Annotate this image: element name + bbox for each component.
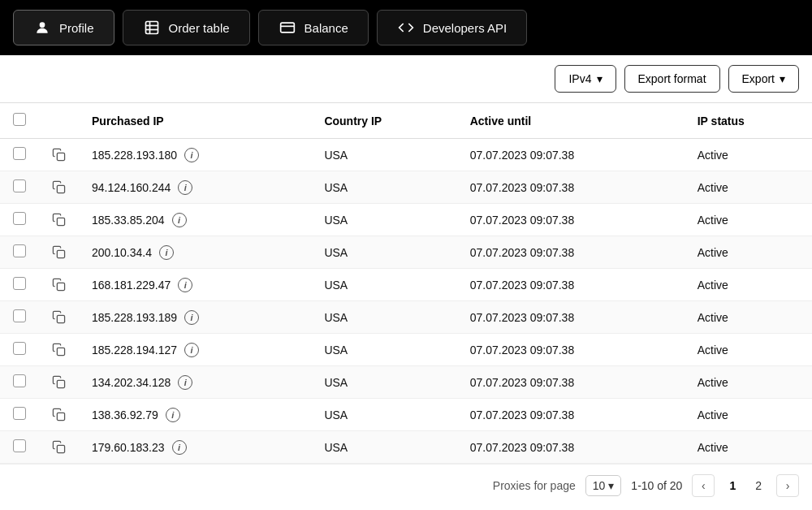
page-1-button[interactable]: 1 [724,478,741,494]
ip-status-header: IP status [685,103,812,139]
row-copy-cell[interactable] [39,431,79,464]
nav-balance-button[interactable]: Balance [258,10,369,45]
row-copy-cell[interactable] [39,301,79,334]
nav-order-table-button[interactable]: Order table [123,10,250,45]
row-status-cell: Active [685,171,812,204]
row-status-cell: Active [685,334,812,366]
nav-developers-api-button[interactable]: Developers API [377,10,527,45]
row-copy-cell[interactable] [39,334,79,366]
svg-point-0 [40,22,45,28]
info-icon[interactable]: i [159,245,174,260]
row-active-until-cell: 07.07.2023 09:07.38 [457,171,685,204]
info-icon[interactable]: i [172,440,187,455]
row-ip-cell: 168.181.229.47 i [79,269,311,301]
copy-icon[interactable] [52,245,66,259]
copy-icon[interactable] [52,148,66,162]
row-checkbox-cell[interactable] [0,139,39,171]
prev-page-button[interactable]: ‹ [692,474,715,497]
row-checkbox-cell[interactable] [0,334,39,366]
row-ip-address: 94.124.160.244 [92,181,171,194]
filter-bar: IPv4 ▾ Export format Export ▾ [0,55,812,102]
svg-rect-13 [57,348,64,355]
per-page-chevron-icon: ▾ [608,479,614,492]
row-country-cell: USA [311,431,456,464]
row-checkbox[interactable] [13,374,26,387]
row-checkbox[interactable] [13,277,26,290]
copy-icon[interactable] [52,375,66,389]
row-copy-cell[interactable] [39,269,79,301]
table-icon [143,19,161,37]
row-checkbox[interactable] [13,244,26,257]
row-ip-address: 200.10.34.4 [92,246,152,259]
row-checkbox[interactable] [13,147,26,160]
row-checkbox[interactable] [13,407,26,420]
table-row: 168.181.229.47 i USA 07.07.2023 09:07.38… [0,269,812,301]
copy-icon[interactable] [52,343,66,357]
svg-rect-7 [57,153,64,160]
row-ip-address: 138.36.92.79 [92,408,158,421]
nav-order-table-label: Order table [169,21,230,35]
page-2-button[interactable]: 2 [750,478,767,494]
row-checkbox[interactable] [13,439,26,452]
row-copy-cell[interactable] [39,236,79,269]
row-checkbox-cell[interactable] [0,366,39,399]
export-button[interactable]: Export ▾ [728,65,799,93]
copy-icon[interactable] [52,180,66,194]
copy-icon[interactable] [52,278,66,292]
copy-icon[interactable] [52,440,66,454]
select-all-header[interactable] [0,103,39,139]
row-checkbox-cell[interactable] [0,301,39,334]
export-format-button[interactable]: Export format [624,65,720,93]
page-range-label: 1-10 of 20 [631,479,682,492]
row-status-cell: Active [685,399,812,431]
row-ip-cell: 134.202.34.128 i [79,366,311,399]
ip-version-filter[interactable]: IPv4 ▾ [555,65,615,93]
row-checkbox-cell[interactable] [0,399,39,431]
row-checkbox-cell[interactable] [0,171,39,204]
select-all-checkbox[interactable] [13,113,26,126]
per-page-selector[interactable]: 10 ▾ [585,475,622,496]
nav-developers-api-label: Developers API [423,21,507,35]
row-copy-cell[interactable] [39,399,79,431]
info-icon[interactable]: i [166,408,180,422]
row-checkbox-cell[interactable] [0,204,39,236]
info-icon[interactable]: i [184,343,199,357]
row-country-cell: USA [311,171,456,204]
copy-icon[interactable] [52,213,66,227]
card-icon [279,19,296,37]
row-copy-cell[interactable] [39,204,79,236]
copy-icon[interactable] [52,310,66,324]
row-checkbox[interactable] [13,212,26,225]
table-row: 185.228.194.127 i USA 07.07.2023 09:07.3… [0,334,812,366]
purchased-ip-header: Purchased IP [79,103,311,139]
info-icon[interactable]: i [178,180,192,195]
info-icon[interactable]: i [178,278,192,292]
info-icon[interactable]: i [184,148,199,162]
info-icon[interactable]: i [172,213,187,227]
row-active-until-cell: 07.07.2023 09:07.38 [457,139,685,171]
info-icon[interactable]: i [184,310,199,325]
copy-icon[interactable] [52,408,66,421]
row-ip-cell: 185.33.85.204 i [79,204,311,236]
row-checkbox[interactable] [13,342,26,355]
row-checkbox-cell[interactable] [0,236,39,269]
next-page-button[interactable]: › [776,474,799,497]
row-copy-cell[interactable] [39,171,79,204]
row-checkbox-cell[interactable] [0,269,39,301]
row-checkbox[interactable] [13,309,26,322]
row-ip-address: 185.228.194.127 [92,344,177,357]
nav-profile-button[interactable]: Profile [13,10,114,45]
row-ip-cell: 138.36.92.79 i [79,399,311,431]
row-status-cell: Active [685,301,812,334]
row-active-until-cell: 07.07.2023 09:07.38 [457,334,685,366]
row-copy-cell[interactable] [39,139,79,171]
row-country-cell: USA [311,236,456,269]
info-icon[interactable]: i [178,375,192,390]
row-copy-cell[interactable] [39,366,79,399]
row-checkbox-cell[interactable] [0,431,39,464]
row-status-cell: Active [685,204,812,236]
row-checkbox[interactable] [13,179,26,192]
table-row: 200.10.34.4 i USA 07.07.2023 09:07.38 Ac… [0,236,812,269]
svg-rect-16 [57,445,64,452]
active-until-header: Active until [457,103,685,139]
